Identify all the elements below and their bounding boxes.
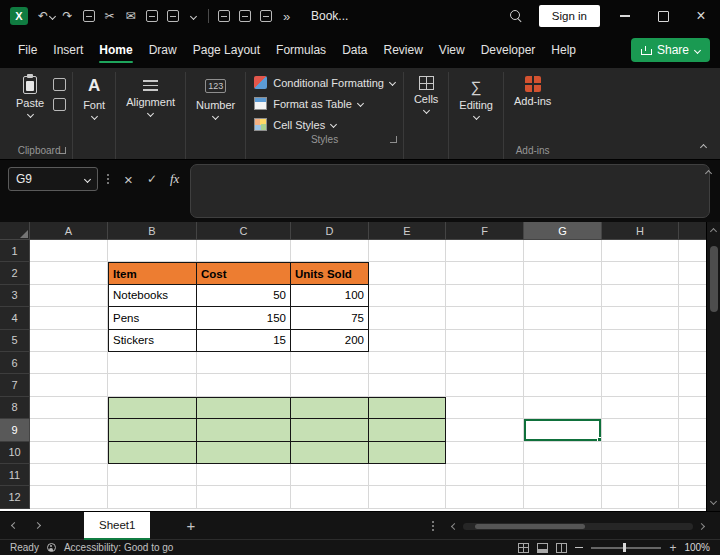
- cell-G8[interactable]: [524, 397, 602, 419]
- undo-chevron-icon[interactable]: [49, 12, 56, 19]
- tab-view[interactable]: View: [431, 32, 473, 68]
- zoom-level[interactable]: 100%: [684, 542, 710, 553]
- accessibility-status[interactable]: Accessibility: Good to go: [64, 542, 174, 553]
- cell-E2[interactable]: [369, 262, 446, 284]
- cell-B5[interactable]: Stickers: [108, 330, 197, 352]
- vertical-scrollbar[interactable]: [706, 222, 720, 511]
- cell-B9[interactable]: [108, 419, 197, 441]
- column-header-B[interactable]: B: [108, 222, 197, 240]
- name-box-splitter[interactable]: [107, 178, 109, 180]
- cell-H8[interactable]: [602, 397, 679, 419]
- row-header-10[interactable]: 10: [0, 442, 30, 464]
- cell-D9[interactable]: [291, 419, 369, 441]
- scroll-down-icon[interactable]: [710, 498, 717, 505]
- tab-insert[interactable]: Insert: [45, 32, 91, 68]
- row-header-11[interactable]: 11: [0, 464, 30, 486]
- print-button[interactable]: [141, 5, 162, 27]
- excel-app-icon[interactable]: X: [10, 7, 28, 25]
- cell-A11[interactable]: [30, 464, 108, 486]
- toolbar-overflow-button[interactable]: [276, 5, 297, 27]
- cell-A1[interactable]: [30, 240, 108, 262]
- alignment-button[interactable]: Alignment: [122, 74, 179, 118]
- cell-D8[interactable]: [291, 397, 369, 419]
- cell-F7[interactable]: [446, 374, 524, 396]
- cell-C10[interactable]: [197, 442, 291, 464]
- cell-H9[interactable]: [602, 419, 679, 441]
- cell-H7[interactable]: [602, 374, 679, 396]
- cell-F9[interactable]: [446, 419, 524, 441]
- cell-F4[interactable]: [446, 307, 524, 329]
- cell-styles-button[interactable]: Cell Styles: [254, 118, 336, 131]
- cell-E9[interactable]: [369, 419, 446, 441]
- page-layout-view-icon[interactable]: [537, 543, 548, 553]
- clipboard-copy-icon[interactable]: [53, 78, 66, 91]
- format-painter-icon[interactable]: [53, 98, 66, 111]
- sheet-tab-sheet1[interactable]: Sheet1: [84, 512, 150, 540]
- row-header-3[interactable]: 3: [0, 285, 30, 307]
- cell-A3[interactable]: [30, 285, 108, 307]
- cell-E3[interactable]: [369, 285, 446, 307]
- tab-formulas[interactable]: Formulas: [268, 32, 334, 68]
- formula-input[interactable]: [190, 164, 710, 218]
- page-break-view-icon[interactable]: [556, 543, 567, 553]
- horizontal-scroll-thumb[interactable]: [475, 524, 585, 529]
- cell-F8[interactable]: [446, 397, 524, 419]
- cell-G6[interactable]: [524, 352, 602, 374]
- row-header-7[interactable]: 7: [0, 374, 30, 396]
- cell-E12[interactable]: [369, 486, 446, 508]
- cell-D1[interactable]: [291, 240, 369, 262]
- column-header-H[interactable]: H: [602, 222, 679, 240]
- cell-C5[interactable]: 15: [197, 330, 291, 352]
- cell-E10[interactable]: [369, 442, 446, 464]
- cell-D3[interactable]: 100: [291, 285, 369, 307]
- cell-G9[interactable]: [524, 419, 602, 441]
- mail-button[interactable]: [120, 5, 141, 27]
- cell-B12[interactable]: [108, 486, 197, 508]
- editing-button[interactable]: Editing: [455, 74, 497, 121]
- row-header-12[interactable]: 12: [0, 486, 30, 508]
- fill-handle[interactable]: [597, 437, 602, 442]
- cell-B3[interactable]: Notebooks: [108, 285, 197, 307]
- search-icon[interactable]: [510, 10, 523, 23]
- cell-D4[interactable]: 75: [291, 307, 369, 329]
- cell-G3[interactable]: [524, 285, 602, 307]
- enter-icon[interactable]: [147, 170, 157, 188]
- cell-F2[interactable]: [446, 262, 524, 284]
- font-button[interactable]: Font: [79, 74, 109, 121]
- cell-E1[interactable]: [369, 240, 446, 262]
- prev-sheet-icon[interactable]: [11, 522, 18, 529]
- conditional-formatting-button[interactable]: Conditional Formatting: [254, 76, 395, 89]
- cell-A5[interactable]: [30, 330, 108, 352]
- cell-G10[interactable]: [524, 442, 602, 464]
- column-header-C[interactable]: C: [197, 222, 291, 240]
- tab-data[interactable]: Data: [334, 32, 375, 68]
- cell-C9[interactable]: [197, 419, 291, 441]
- row-header-9[interactable]: 9: [0, 419, 30, 441]
- cell-C1[interactable]: [197, 240, 291, 262]
- row-header-1[interactable]: 1: [0, 240, 30, 262]
- cell-F12[interactable]: [446, 486, 524, 508]
- tab-developer[interactable]: Developer: [473, 32, 544, 68]
- copy-button[interactable]: [78, 5, 99, 27]
- tab-help[interactable]: Help: [543, 32, 584, 68]
- row-header-8[interactable]: 8: [0, 397, 30, 419]
- cell-B7[interactable]: [108, 374, 197, 396]
- tab-bar-options-icon[interactable]: [432, 525, 434, 527]
- cell-E8[interactable]: [369, 397, 446, 419]
- scroll-left-icon[interactable]: [451, 523, 458, 530]
- cell-D11[interactable]: [291, 464, 369, 486]
- zoom-in-icon[interactable]: [669, 541, 676, 555]
- undo-button[interactable]: [36, 5, 57, 27]
- tab-page-layout[interactable]: Page Layout: [185, 32, 268, 68]
- cell-C4[interactable]: 150: [197, 307, 291, 329]
- cell-B8[interactable]: [108, 397, 197, 419]
- table-button[interactable]: [255, 5, 276, 27]
- cut-button[interactable]: [99, 5, 120, 27]
- column-header-F[interactable]: F: [446, 222, 524, 240]
- cell-H12[interactable]: [602, 486, 679, 508]
- row-header-6[interactable]: 6: [0, 352, 30, 374]
- scroll-up-icon[interactable]: [710, 228, 717, 235]
- cell-A7[interactable]: [30, 374, 108, 396]
- cell-A10[interactable]: [30, 442, 108, 464]
- insert-function-icon[interactable]: fx: [170, 170, 179, 188]
